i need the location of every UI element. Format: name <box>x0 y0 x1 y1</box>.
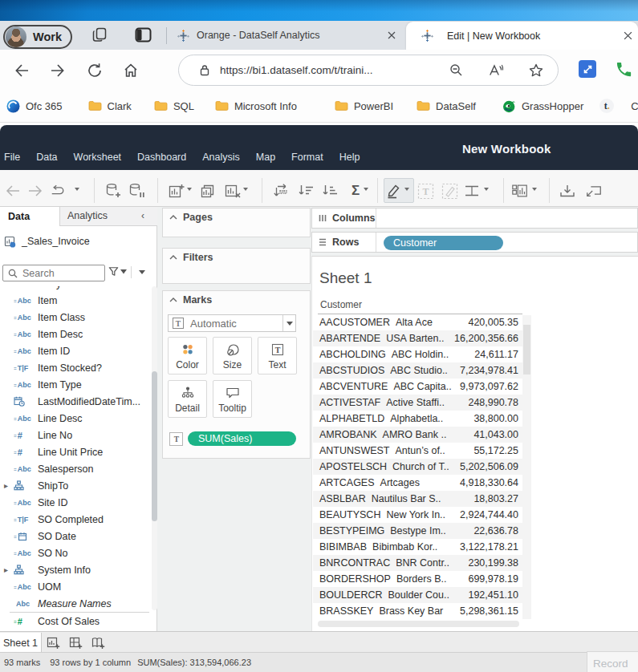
bookmark-item[interactable]: PowerBI <box>335 99 393 113</box>
bookmark-item[interactable]: Microsoft Info <box>215 99 297 113</box>
highlight-caret-icon[interactable] <box>404 188 409 191</box>
table-row[interactable]: ABCHOLDING ABC Holdin.. 24,611.17 <box>313 346 522 362</box>
new-worksheet-caret-icon[interactable] <box>187 188 192 191</box>
collapse-card-icon[interactable] <box>169 255 177 260</box>
table-row[interactable]: ASBLBAR Nautilus Bar S.. 18,803.27 <box>313 491 522 507</box>
vertical-tabs-icon[interactable] <box>133 25 152 44</box>
table-row[interactable]: ACTIVESTAF Active Staffi.. 248,990.78 <box>313 395 522 411</box>
new-dashboard-tab-icon[interactable] <box>68 636 83 650</box>
marks-button[interactable]: Detail <box>168 380 207 418</box>
sort-descending-button[interactable] <box>322 182 339 200</box>
bookmark-item[interactable]: Ofc 365 <box>6 99 63 113</box>
field-row[interactable]: =Abc Item Type <box>0 376 151 393</box>
field-row[interactable]: =Abc Site ID <box>0 494 151 511</box>
swap-axes-button[interactable] <box>273 182 291 200</box>
field-row[interactable]: ▸ ShipTo <box>0 477 151 494</box>
workspaces-icon[interactable] <box>90 25 109 44</box>
browser-tab-orange[interactable]: Orange - DataSelf Analytics <box>167 21 406 50</box>
new-story-tab-icon[interactable] <box>91 636 105 650</box>
tab-data[interactable]: Data <box>0 207 59 226</box>
filters-card[interactable]: Filters <box>162 248 311 284</box>
menu-item[interactable]: Map <box>256 152 275 163</box>
sheet-tab[interactable]: Sheet 1 <box>0 633 42 653</box>
field-row[interactable]: =Abc SO No <box>0 544 151 561</box>
back-icon[interactable] <box>13 62 30 79</box>
bookmark-item[interactable]: Clark <box>88 99 132 113</box>
table-row[interactable]: BORDERSHOP Borders B.. 699,978.19 <box>313 571 522 587</box>
zoom-out-icon[interactable] <box>447 62 465 79</box>
redo-button[interactable] <box>26 182 44 200</box>
dimension-pill[interactable]: Customer <box>384 236 503 250</box>
forward-icon[interactable] <box>49 62 67 79</box>
fields-scrollbar-thumb[interactable] <box>152 371 157 521</box>
lock-icon[interactable] <box>199 64 210 76</box>
extension-expand-icon[interactable] <box>579 60 596 78</box>
menu-item[interactable]: Help <box>339 152 360 163</box>
clear-sheet-button[interactable] <box>224 182 242 200</box>
replay-button[interactable] <box>50 182 67 200</box>
favorite-star-icon[interactable] <box>527 62 545 79</box>
collapse-pane-icon[interactable]: ‹ <box>141 210 144 221</box>
table-row[interactable]: BNRCONTRAC BNR Contr.. 230,199.38 <box>313 555 522 571</box>
measure-pill[interactable]: SUM(Sales) <box>188 431 296 446</box>
mark-type-select[interactable]: T Automatic <box>168 314 296 332</box>
browser-tab-active[interactable]: Edit | New Workbook <box>406 22 638 50</box>
fields-scrollbar[interactable] <box>152 286 157 610</box>
marks-button[interactable]: Size <box>213 337 252 374</box>
field-row[interactable]: =Abc Item <box>0 292 151 309</box>
clear-sheet-caret-icon[interactable] <box>243 188 248 191</box>
table-vscrollbar[interactable] <box>522 315 531 619</box>
browser-profile-button[interactable]: Work <box>3 25 72 49</box>
menu-item[interactable]: Dashboard <box>137 152 186 163</box>
table-row[interactable]: ANTUNSWEST Antun’s of.. 55,172.25 <box>313 443 522 459</box>
url-text[interactable]: https://bi1.dataself.com/t/traini... <box>220 64 373 76</box>
pages-card[interactable]: Pages <box>162 208 311 237</box>
table-row[interactable]: ABCSTUDIOS ABC Studio.. 7,234,978.41 <box>313 362 522 379</box>
show-me-caret-icon[interactable] <box>532 188 537 191</box>
table-row[interactable]: AACUSTOMER Alta Ace 420,005.35 <box>313 314 522 330</box>
read-aloud-icon[interactable] <box>487 62 505 79</box>
menu-item[interactable]: File <box>4 152 20 163</box>
mark-type-caret-icon[interactable] <box>282 315 295 331</box>
sort-ascending-button[interactable] <box>298 182 315 200</box>
field-row[interactable]: ▸ System Info <box>0 561 151 578</box>
address-bar[interactable]: https://bi1.dataself.com/t/traini... <box>178 55 559 86</box>
field-row[interactable]: =Abc Item Class <box>0 309 151 326</box>
menu-item[interactable]: Analysis <box>202 152 240 163</box>
datasource-row[interactable]: _Sales_Invoice <box>0 233 157 250</box>
table-row[interactable]: ABARTENDE USA Barten.. 16,200,356.66 <box>313 330 522 346</box>
marks-button[interactable]: T Text <box>258 337 297 374</box>
field-row[interactable]: =# Line No <box>0 427 151 443</box>
duplicate-sheet-button[interactable] <box>200 182 217 200</box>
table-row[interactable]: APOSTELSCH Church of T.. 5,202,506.09 <box>313 459 522 475</box>
bookmark-item[interactable]: t. t. <box>599 99 614 113</box>
field-row[interactable]: =Abc Line Desc <box>0 410 151 427</box>
table-vscrollbar-thumb[interactable] <box>523 325 530 374</box>
bookmark-item[interactable]: DataSelf <box>417 99 476 113</box>
field-row[interactable]: =# Cost Of Sales <box>0 613 151 629</box>
marks-card[interactable]: Marks T Automatic Color Size T Text Deta… <box>162 290 311 459</box>
new-datasource-button[interactable] <box>104 182 122 200</box>
field-row[interactable]: =# Line Unit Price <box>0 443 151 460</box>
pause-updates-button[interactable] <box>128 182 145 200</box>
show-labels-button[interactable]: T <box>417 182 434 200</box>
rows-shelf[interactable]: Rows Customer <box>311 232 638 253</box>
bookmark-item[interactable]: C <box>631 100 638 112</box>
field-row[interactable]: LastModifiedDateTim... <box>0 393 151 410</box>
field-row[interactable]: =T|F Item Stocked? <box>0 359 151 376</box>
table-row[interactable]: ALPHABETLD Alphabetla.. 38,800.00 <box>313 411 522 427</box>
field-row[interactable]: Abc Measure Names <box>0 595 151 612</box>
field-row[interactable]: =Abc Item Desc <box>0 326 151 342</box>
show-me-button[interactable] <box>511 182 529 200</box>
collapse-card-icon[interactable] <box>169 298 177 302</box>
table-row[interactable]: BIBIMBAB Bibimbab Kor.. 3,122,178.21 <box>313 539 522 555</box>
search-input[interactable]: Search <box>2 265 105 281</box>
phone-call-icon[interactable] <box>612 58 635 80</box>
marks-button[interactable]: Tooltip <box>213 380 252 418</box>
bookmark-item[interactable]: GrassHopper <box>502 99 583 113</box>
totals-caret-icon[interactable] <box>364 188 368 191</box>
close-tab-icon[interactable] <box>619 27 636 45</box>
bookmark-item[interactable]: SQL <box>154 99 194 113</box>
filter-fields-icon[interactable] <box>108 266 127 277</box>
field-row[interactable]: =Abc Item ID <box>0 342 151 359</box>
